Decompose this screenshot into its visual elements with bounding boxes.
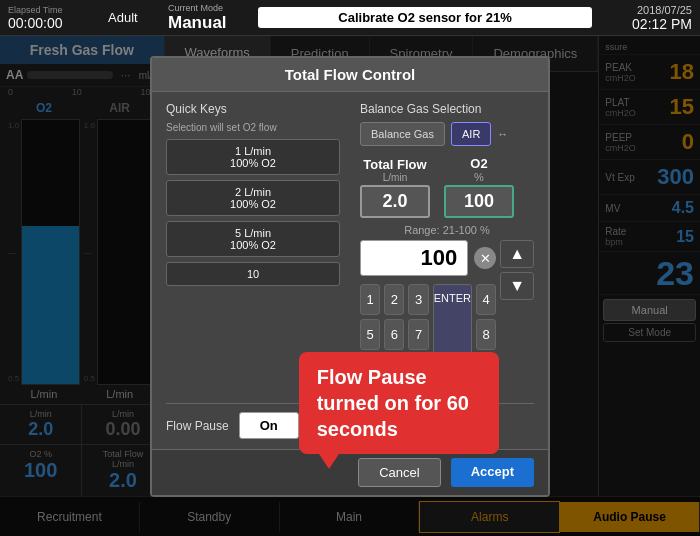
total-flow-modal-unit: L/min (360, 172, 430, 183)
o2-block: O2 % 100 (444, 156, 514, 218)
total-flow-modal-label: Total Flow (360, 157, 430, 172)
up-arrow-button[interactable]: ▲ (500, 240, 534, 268)
current-mode-label: Current Mode (168, 3, 248, 13)
modal-overlay: Total Flow Control Quick Keys Selection … (0, 36, 700, 536)
cancel-button[interactable]: Cancel (358, 458, 440, 487)
elapsed-label: Elapsed Time (8, 5, 98, 15)
o2-modal-label: O2 (444, 156, 514, 171)
quick-key-2[interactable]: 2 L/min100% O2 (166, 180, 340, 216)
balance-indicator: ↔ (497, 128, 508, 140)
down-arrow-button[interactable]: ▼ (500, 272, 534, 300)
quick-keys-sublabel: Selection will set O2 flow (166, 122, 340, 133)
modal-top-row: Quick Keys Selection will set O2 flow 1 … (166, 102, 534, 393)
modal-body: Quick Keys Selection will set O2 flow 1 … (152, 92, 548, 449)
np-7[interactable]: 7 (408, 319, 428, 350)
balance-gas-button[interactable]: Balance Gas (360, 122, 445, 146)
np-4[interactable]: 4 (476, 284, 496, 315)
flow-pause-label: Flow Pause (166, 419, 229, 433)
quick-keys-section: Quick Keys Selection will set O2 flow 1 … (166, 102, 340, 393)
total-flow-input[interactable]: 2.0 (360, 185, 430, 218)
quick-key-5[interactable]: 5 L/min100% O2 (166, 221, 340, 257)
flow-pause-button[interactable]: On (239, 412, 299, 439)
numpad-arrows: ▲ ▼ (500, 240, 534, 300)
datetime-time: 02:12 PM (602, 16, 692, 32)
numpad-display[interactable]: 100 (360, 240, 468, 276)
patient-type: Adult (108, 10, 158, 25)
quick-keys-label: Quick Keys (166, 102, 340, 116)
elapsed-value: 00:00:00 (8, 15, 63, 31)
o2-input[interactable]: 100 (444, 185, 514, 218)
calibrate-banner: Calibrate O2 sensor for 21% (258, 7, 592, 28)
quick-key-10[interactable]: 10 (166, 262, 340, 286)
top-bar: Elapsed Time 00:00:00 Adult Current Mode… (0, 0, 700, 36)
current-mode-value: Manual (168, 13, 248, 33)
flow-pause-tooltip: Flow Pause turned on for 60 seconds (299, 352, 499, 454)
np-2[interactable]: 2 (384, 284, 404, 315)
balance-gas-section: Balance Gas Selection Balance Gas AIR ↔ … (360, 102, 534, 393)
air-button[interactable]: AIR (451, 122, 491, 146)
datetime-block: 2018/07/25 02:12 PM (602, 4, 692, 32)
np-1[interactable]: 1 (360, 284, 380, 315)
total-flow-control-modal: Total Flow Control Quick Keys Selection … (150, 56, 550, 497)
np-6[interactable]: 6 (384, 319, 404, 350)
flow-pause-row: Flow Pause Flow Pause turned on for 60 s… (166, 403, 534, 439)
quick-key-1[interactable]: 1 L/min100% O2 (166, 139, 340, 175)
np-5[interactable]: 5 (360, 319, 380, 350)
balance-gas-btns: Balance Gas AIR ↔ (360, 122, 534, 146)
modal-title: Total Flow Control (152, 58, 548, 92)
np-8[interactable]: 8 (476, 319, 496, 350)
balance-gas-label: Balance Gas Selection (360, 102, 534, 116)
current-mode-block: Current Mode Manual (168, 3, 248, 33)
np-3[interactable]: 3 (408, 284, 428, 315)
total-flow-o2-inputs: Total Flow L/min 2.0 O2 % 100 (360, 156, 534, 218)
numpad-input-row: 100 ✕ (360, 240, 496, 276)
datetime-date: 2018/07/25 (602, 4, 692, 16)
modal-footer: Cancel Accept (152, 449, 548, 495)
total-flow-block: Total Flow L/min 2.0 (360, 157, 430, 218)
clear-button[interactable]: ✕ (474, 247, 496, 269)
range-label: Range: 21-100 % (360, 224, 534, 236)
accept-button[interactable]: Accept (451, 458, 534, 487)
flow-pause-tooltip-container: Flow Pause turned on for 60 seconds On (239, 412, 299, 439)
o2-pct-unit: % (444, 171, 514, 183)
elapsed-time-block: Elapsed Time 00:00:00 (8, 5, 98, 31)
